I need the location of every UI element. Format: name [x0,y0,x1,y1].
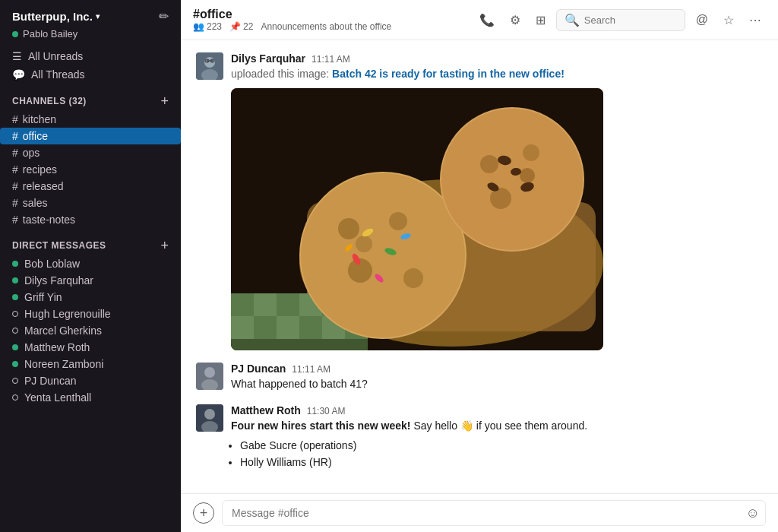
svg-point-4 [211,60,213,62]
dm-marcel-label: Marcel Gherkins [24,325,102,337]
channel-released-label: released [23,180,64,192]
hash-icon: # [12,214,18,226]
nav-all-threads[interactable]: 💬 All Threads [0,65,181,84]
svg-point-26 [338,218,359,239]
svg-rect-19 [254,316,277,339]
dm-dilys-label: Dilys Farquhar [24,274,93,287]
message-content-matthew: Matthew Roth 11:30 AM Four new hires sta… [231,404,763,471]
dm-pj[interactable]: PJ Duncan [0,372,181,389]
message-time-dilys: 11:11 AM [312,54,350,65]
call-btn[interactable]: 📞 [475,10,499,30]
channel-taste-notes[interactable]: # taste-notes [0,211,181,228]
channel-sales[interactable]: # sales [0,195,181,211]
settings-btn[interactable]: ⚙ [505,10,525,30]
channel-recipes[interactable]: # recipes [0,161,181,178]
dm-noreen-label: Noreen Zamboni [24,358,103,370]
message-content-dilys: Dilys Farquhar 11:11 AM uploaded this im… [231,52,763,350]
channel-header: #office 👥 223 📌 22 Announcements about t… [181,0,778,40]
channel-kitchen[interactable]: # kitchen [0,111,181,128]
channel-released[interactable]: # released [0,178,181,195]
header-actions: 📞 ⚙ ⊞ 🔍 @ ☆ ⋯ [475,9,766,31]
layout-btn[interactable]: ⊞ [531,10,550,30]
workspace-name[interactable]: Butterpup, Inc. ▾ [12,10,100,23]
channels-label: CHANNELS (32) [12,96,87,106]
user-status: Pablo Bailey [0,27,181,47]
edit-icon-btn[interactable]: ✏ [159,9,169,24]
message-text-after: Say hello 👋 if you see them around. [413,420,587,432]
channel-office[interactable]: # office [0,128,181,144]
svg-rect-13 [254,293,277,316]
channel-kitchen-label: kitchen [23,113,56,125]
channels-section-header: CHANNELS (32) + [0,84,181,111]
dm-marcel[interactable]: Marcel Gherkins [0,322,181,339]
user-name: Pablo Bailey [23,28,77,40]
message-input-wrapper: ☺ [222,500,766,526]
dm-hugh[interactable]: Hugh Legrenouille [0,306,181,322]
dm-status-dot [12,361,18,367]
svg-point-51 [204,409,215,420]
message-content-pj: PJ Duncan 11:11 AM What happened to batc… [231,363,763,392]
svg-point-42 [523,144,539,161]
dm-bob-label: Bob Loblaw [24,258,80,270]
emoji-btn[interactable]: ☺ [746,505,760,521]
pinned-count-label: 22 [243,21,253,32]
svg-point-29 [403,268,423,288]
message-header-pj: PJ Duncan 11:11 AM [231,363,763,375]
dm-status-dot [12,328,18,334]
message-input-area: + ☺ [181,493,778,532]
dm-bob-loblaw[interactable]: Bob Loblaw [0,255,181,272]
message-time-pj: 11:11 AM [292,364,330,375]
dm-dilys-farquhar[interactable]: Dilys Farquhar [0,272,181,289]
nav-all-unreads[interactable]: ☰ All Unreads [0,47,181,65]
workspace-chevron: ▾ [96,12,100,21]
dm-matthew-label: Matthew Roth [24,341,90,353]
members-icon: 👥 [193,21,204,32]
channel-taste-notes-label: taste-notes [23,214,75,226]
dm-griff-yin[interactable]: Griff Yin [0,289,181,306]
bullet-item-2: Holly Williams (HR) [240,454,763,470]
pinned-count: 📌 22 [229,21,253,32]
message-time-matthew: 11:30 AM [307,406,346,416]
search-box[interactable]: 🔍 [556,9,685,31]
add-attachment-btn[interactable]: + [193,502,214,524]
message-text-pj: What happened to batch 41? [231,376,763,392]
svg-point-40 [520,168,535,183]
hash-icon: # [12,180,18,192]
channel-meta: 👥 223 📌 22 Announcements about the offic… [193,21,391,32]
channel-ops[interactable]: # ops [0,144,181,161]
channel-title-area: #office 👥 223 📌 22 Announcements about t… [193,8,391,32]
user-status-dot [12,31,18,37]
dm-hugh-label: Hugh Legrenouille [24,308,111,320]
at-mention-btn[interactable]: @ [691,10,713,30]
avatar-pj [196,363,223,390]
search-icon: 🔍 [565,13,580,27]
all-unreads-label: All Unreads [28,50,83,62]
add-channel-btn[interactable]: + [160,94,169,108]
message-bold-text: Four new hires start this new week! [231,420,411,432]
svg-rect-21 [299,316,322,339]
dm-status-dot [12,394,18,401]
dm-status-dot [12,311,18,317]
dm-noreen[interactable]: Noreen Zamboni [0,356,181,372]
bullet-item-1: Gabe Sucre (operations) [240,437,763,454]
pin-icon: 📌 [229,21,241,32]
dm-matthew[interactable]: Matthew Roth [0,339,181,356]
image-link[interactable]: Batch 42 is ready for tasting in the new… [332,68,565,80]
svg-point-48 [204,367,215,378]
add-dm-btn[interactable]: + [160,239,169,252]
star-btn[interactable]: ☆ [719,10,738,30]
svg-rect-20 [277,316,299,339]
hash-icon: # [12,113,18,125]
channel-recipes-label: recipes [23,163,57,176]
dm-yenta-label: Yenta Lenthall [24,391,91,404]
more-options-btn[interactable]: ⋯ [745,10,766,30]
hash-icon: # [12,197,18,209]
svg-point-39 [480,155,498,173]
search-input[interactable] [584,14,675,26]
dm-yenta[interactable]: Yenta Lenthall [0,389,181,406]
svg-point-3 [207,60,209,62]
avatar-dilys [196,52,223,80]
main-content: #office 👥 223 📌 22 Announcements about t… [181,0,778,532]
upload-text: uploaded this image: [231,68,329,80]
message-input[interactable] [222,500,766,526]
